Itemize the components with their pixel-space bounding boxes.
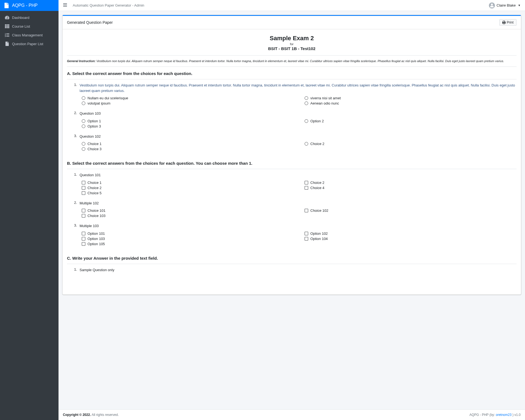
choice[interactable]: Option 103 bbox=[82, 237, 294, 241]
choice[interactable]: Choice 1 bbox=[82, 181, 294, 185]
choice-label: Option 103 bbox=[88, 237, 105, 241]
choice[interactable]: Choice 4 bbox=[305, 186, 517, 190]
choice-label: Option 102 bbox=[310, 231, 328, 236]
choice[interactable]: Choice 103 bbox=[82, 214, 294, 218]
question-text: Multiple 102 bbox=[80, 201, 517, 206]
choice[interactable]: Option 104 bbox=[305, 237, 517, 241]
list-ol-icon bbox=[4, 33, 10, 37]
checkbox-icon bbox=[305, 232, 308, 235]
question-number: 3. bbox=[74, 223, 80, 227]
choice-label: Nullam eu dui scelerisque bbox=[88, 96, 128, 100]
brand-link[interactable]: AQPG - PHP bbox=[0, 0, 59, 11]
radio-icon bbox=[305, 119, 308, 123]
choice-label: Choice 101 bbox=[88, 208, 106, 213]
checkbox-icon bbox=[82, 191, 85, 195]
sidebar-item-class-management[interactable]: Class Management bbox=[0, 31, 59, 39]
footer: Copyright © 2022. All rights reserved. A… bbox=[59, 409, 525, 420]
user-name: Claire Blake bbox=[497, 3, 516, 7]
radio-icon bbox=[82, 119, 85, 123]
checkbox-icon bbox=[305, 186, 308, 190]
print-button[interactable]: Print bbox=[499, 19, 517, 26]
sidebar-item-question-paper-list[interactable]: Question Paper List bbox=[0, 39, 59, 48]
radio-icon bbox=[305, 142, 308, 146]
choice[interactable]: Choice 102 bbox=[305, 208, 517, 213]
choice[interactable]: Aenean odio nunc bbox=[305, 101, 517, 105]
choice-label: Choice 1 bbox=[88, 181, 101, 185]
choice-label: Choice 4 bbox=[310, 186, 324, 190]
sidebar-item-label: Class Management bbox=[12, 33, 43, 37]
choice[interactable]: Nullam eu dui scelerisque bbox=[82, 96, 294, 100]
choice[interactable]: viverra nisi sit amet bbox=[305, 96, 517, 100]
question-text: Question 102 bbox=[80, 134, 517, 139]
question-text: Question 101 bbox=[80, 172, 517, 178]
dashboard-icon bbox=[4, 15, 10, 20]
radio-icon bbox=[82, 96, 85, 100]
radio-icon bbox=[82, 142, 85, 146]
general-instruction: General Instruction: Vestibulum non turp… bbox=[67, 56, 517, 66]
sidebar-item-dashboard[interactable]: Dashboard bbox=[0, 13, 59, 22]
radio-icon bbox=[82, 102, 85, 105]
question-number: 2. bbox=[74, 111, 80, 115]
sidebar-item-course-list[interactable]: Course List bbox=[0, 22, 59, 31]
question-text: Vestibulum non turpis dui. Aliquam rutru… bbox=[80, 83, 517, 93]
checkbox-icon bbox=[305, 181, 308, 184]
choice[interactable]: Choice 2 bbox=[82, 186, 294, 190]
choice[interactable]: Option 2 bbox=[305, 119, 517, 123]
checkbox-icon bbox=[82, 214, 85, 218]
navbar-title: Automatic Question Paper Generator - Adm… bbox=[73, 3, 144, 7]
checkbox-icon bbox=[82, 237, 85, 241]
file-icon bbox=[4, 42, 10, 46]
question: 1.Sample Question only bbox=[74, 267, 517, 273]
checkbox-icon bbox=[82, 209, 85, 212]
choice[interactable]: Choice 2 bbox=[305, 181, 517, 185]
question-text: Multiple 103 bbox=[80, 223, 517, 229]
checkbox-icon bbox=[82, 186, 85, 190]
question: 2.Multiple 102Choice 101Choice 102Choice… bbox=[74, 201, 517, 218]
exam-title: Sample Exam 2 bbox=[67, 35, 517, 42]
question: 3.Question 102Choice 1Choice 2Choice 3 bbox=[74, 134, 517, 151]
choice-label: Option 2 bbox=[310, 119, 324, 123]
choice-label: Option 1 bbox=[88, 119, 101, 123]
choice[interactable]: Choice 101 bbox=[82, 208, 294, 213]
radio-icon bbox=[82, 124, 85, 128]
choice-label: viverra nisi sit amet bbox=[310, 96, 341, 100]
question-text: Sample Question only bbox=[80, 267, 517, 273]
choice-label: Choice 2 bbox=[310, 181, 324, 185]
checkbox-icon bbox=[82, 181, 85, 184]
card-title: Generated Question Paper bbox=[67, 20, 113, 25]
choice[interactable]: Choice 3 bbox=[82, 147, 294, 151]
choice[interactable]: Option 3 bbox=[82, 124, 294, 128]
choice-label: Choice 1 bbox=[88, 142, 101, 146]
choice[interactable]: volutpat ipsum bbox=[82, 101, 294, 105]
brand-text: AQPG - PHP bbox=[12, 3, 37, 8]
choice[interactable]: Option 1 bbox=[82, 119, 294, 123]
section-title: A. Select the correct answer from the ch… bbox=[67, 67, 517, 79]
choice-label: volutpat ipsum bbox=[88, 101, 110, 105]
checkbox-icon bbox=[305, 209, 308, 212]
choice[interactable]: Choice 2 bbox=[305, 142, 517, 146]
choice-label: Choice 2 bbox=[310, 142, 324, 146]
sidebar-toggle[interactable] bbox=[63, 3, 67, 8]
question: 3.Multiple 103Option 101Option 102Option… bbox=[74, 223, 517, 246]
choice[interactable]: Option 102 bbox=[305, 231, 517, 236]
choice[interactable]: Choice 1 bbox=[82, 142, 294, 146]
footer-copyright: Copyright © 2022. bbox=[63, 413, 91, 417]
choice[interactable]: Choice 5 bbox=[82, 191, 294, 195]
caret-down-icon: ▼ bbox=[518, 4, 521, 7]
question-number: 1. bbox=[74, 267, 80, 271]
user-menu[interactable]: Claire Blake ▼ bbox=[489, 2, 521, 8]
question: 1.Question 101Choice 1Choice 2Choice 2Ch… bbox=[74, 172, 517, 195]
th-list-icon bbox=[4, 24, 10, 28]
checkbox-icon bbox=[305, 237, 308, 241]
choice[interactable]: Option 101 bbox=[82, 231, 294, 236]
exam-for-label: for bbox=[67, 42, 517, 46]
choice[interactable]: Option 105 bbox=[82, 242, 294, 246]
section-title: B. Select the correct answers from the c… bbox=[67, 157, 517, 169]
question-number: 1. bbox=[74, 83, 80, 87]
choice-label: Aenean odio nunc bbox=[310, 101, 339, 105]
choice-label: Choice 2 bbox=[88, 186, 101, 190]
choice-label: Option 105 bbox=[88, 242, 105, 246]
footer-author-link[interactable]: oretnom23 bbox=[496, 413, 511, 417]
exam-class: BSIT - BSIT 1B - Test102 bbox=[67, 46, 517, 51]
question-number: 3. bbox=[74, 134, 80, 138]
